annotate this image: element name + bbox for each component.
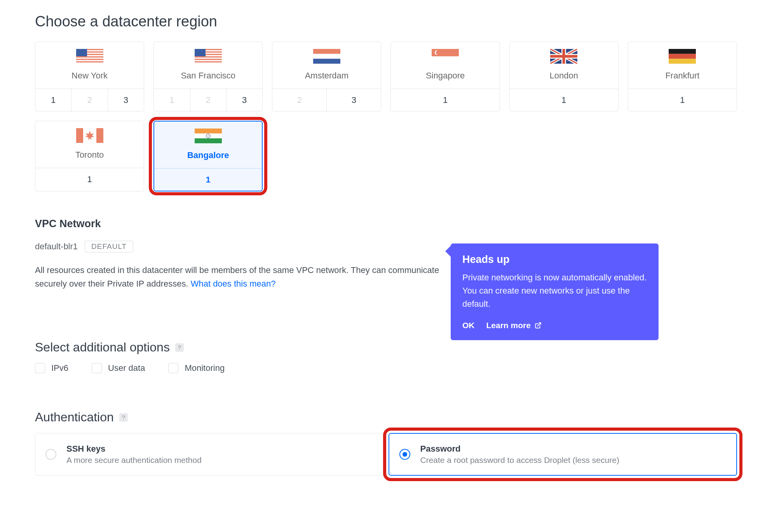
region-number-button: 2	[71, 89, 108, 111]
in-flag-icon	[195, 129, 222, 143]
auth-card-text: PasswordCreate a root password to access…	[420, 444, 619, 465]
svg-rect-12	[195, 56, 222, 57]
region-numbers: 123	[35, 89, 144, 111]
external-link-icon	[535, 322, 542, 329]
region-number-button[interactable]: 1	[391, 89, 499, 111]
region-top: Amsterdam	[272, 42, 381, 89]
options-title: Select additional options ?	[35, 340, 737, 355]
checkbox[interactable]	[92, 363, 102, 373]
ca-flag-icon	[76, 128, 103, 143]
region-number-button[interactable]: 1	[35, 168, 144, 190]
vpc-default-badge: DEFAULT	[85, 241, 133, 252]
svg-point-22	[436, 50, 441, 55]
auth-card-subtitle: A more secure authentication method	[66, 456, 202, 465]
vpc-desc-link[interactable]: What does this mean?	[191, 279, 276, 289]
svg-rect-27	[550, 55, 577, 58]
region-top: Toronto	[35, 121, 144, 168]
options-row: IPv6User dataMonitoring	[35, 363, 737, 373]
region-numbers: 1	[510, 89, 618, 111]
headsup-learn-label: Learn more	[486, 321, 531, 330]
region-name: Singapore	[426, 71, 465, 81]
svg-rect-15	[195, 49, 206, 56]
svg-rect-34	[195, 129, 222, 134]
region-name: Bangalore	[187, 150, 229, 160]
svg-rect-31	[76, 128, 83, 143]
option-label: User data	[108, 363, 145, 373]
option-ipv6[interactable]: IPv6	[35, 363, 68, 373]
svg-rect-14	[195, 61, 222, 63]
radio-button[interactable]	[45, 449, 56, 460]
region-number-button[interactable]: 1	[628, 89, 737, 111]
region-top: Frankfurt	[628, 42, 737, 89]
region-number-button[interactable]: 3	[327, 89, 381, 111]
region-numbers: 1	[154, 168, 262, 191]
svg-rect-17	[313, 54, 340, 59]
option-monitoring[interactable]: Monitoring	[168, 363, 225, 373]
headsup-actions: OK Learn more	[462, 321, 647, 330]
datacenter-title: Choose a datacenter region	[35, 13, 737, 30]
region-card-singapore[interactable]: Singapore1	[390, 42, 500, 111]
region-grid: New York123 San Francisco123Amsterdam23S…	[35, 42, 737, 191]
region-top: Singapore	[391, 42, 499, 89]
auth-card-text: SSH keysA more secure authentication met…	[66, 444, 202, 465]
svg-rect-13	[195, 59, 222, 60]
headsup-title: Heads up	[462, 254, 647, 266]
svg-rect-36	[195, 138, 222, 143]
us-flag-icon	[195, 49, 222, 64]
region-name: London	[550, 71, 578, 81]
svg-rect-16	[313, 49, 340, 54]
region-number-button[interactable]: 1	[154, 169, 262, 191]
vpc-title: VPC Network	[35, 218, 737, 230]
headsup-learn-link[interactable]: Learn more	[486, 321, 542, 330]
svg-rect-6	[76, 61, 103, 63]
vpc-section: VPC Network default-blr1 DEFAULT All res…	[35, 218, 737, 290]
region-number-button[interactable]: 3	[108, 89, 144, 111]
sg-flag-icon	[432, 49, 459, 64]
svg-rect-33	[96, 128, 103, 143]
region-number-button[interactable]: 3	[227, 89, 262, 111]
radio-button[interactable]	[399, 449, 410, 460]
region-card-london[interactable]: London1	[509, 42, 619, 111]
headsup-ok-button[interactable]: OK	[462, 321, 475, 330]
checkbox[interactable]	[35, 363, 45, 373]
auth-title: Authentication ?	[35, 410, 737, 424]
nl-flag-icon	[313, 49, 340, 64]
auth-card-password[interactable]: PasswordCreate a root password to access…	[389, 433, 737, 476]
region-number-button[interactable]: 1	[510, 89, 618, 111]
region-number-button: 2	[272, 89, 327, 111]
region-number-button[interactable]: 1	[35, 89, 71, 111]
svg-rect-28	[669, 49, 696, 54]
svg-rect-5	[76, 59, 103, 60]
region-card-bangalore[interactable]: Bangalore1	[153, 121, 263, 191]
svg-rect-29	[669, 54, 696, 59]
help-icon[interactable]: ?	[175, 343, 184, 352]
us-flag-icon	[76, 49, 103, 64]
svg-rect-7	[76, 49, 87, 56]
region-card-new-york[interactable]: New York123	[35, 42, 144, 111]
option-label: Monitoring	[185, 363, 225, 373]
region-number-button: 1	[154, 89, 190, 111]
checkbox[interactable]	[168, 363, 178, 373]
region-card-san-francisco[interactable]: San Francisco123	[153, 42, 263, 111]
region-numbers: 123	[154, 89, 262, 111]
region-name: Toronto	[75, 150, 104, 160]
region-card-toronto[interactable]: Toronto1	[35, 121, 144, 191]
option-user-data[interactable]: User data	[92, 363, 145, 373]
help-icon[interactable]: ?	[119, 413, 128, 422]
datacenter-section: Choose a datacenter region New York123 S…	[35, 13, 737, 191]
auth-card-ssh-keys[interactable]: SSH keysA more secure authentication met…	[35, 433, 384, 476]
region-card-amsterdam[interactable]: Amsterdam23	[272, 42, 381, 111]
region-numbers: 1	[35, 168, 144, 190]
svg-rect-30	[669, 59, 696, 64]
svg-rect-18	[313, 59, 340, 64]
region-number-button: 2	[190, 89, 227, 111]
auth-card-subtitle: Create a root password to access Droplet…	[420, 456, 619, 465]
headsup-tooltip: Heads up Private networking is now autom…	[451, 243, 659, 340]
svg-line-39	[537, 323, 540, 326]
options-title-text: Select additional options	[35, 340, 170, 355]
region-card-frankfurt[interactable]: Frankfurt1	[628, 42, 737, 111]
auth-title-text: Authentication	[35, 410, 114, 424]
region-top: San Francisco	[154, 42, 262, 89]
auth-grid: SSH keysA more secure authentication met…	[35, 433, 737, 476]
radio-dot	[403, 452, 407, 457]
